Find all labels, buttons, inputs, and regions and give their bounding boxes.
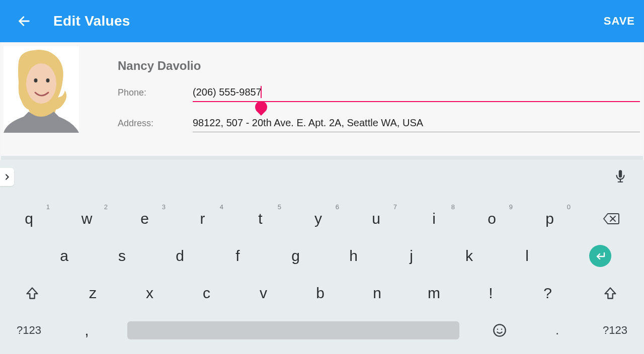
key-enter[interactable] xyxy=(556,238,644,274)
key-f[interactable]: f xyxy=(209,238,267,274)
key-z[interactable]: z xyxy=(64,276,121,311)
svg-point-2 xyxy=(26,63,56,104)
svg-point-3 xyxy=(34,78,38,82)
key-a[interactable]: a xyxy=(35,238,93,274)
key-y[interactable]: y6 xyxy=(289,201,347,236)
phone-label: Phone: xyxy=(118,87,146,98)
keyboard-row-1: q1 w2 e3 r4 t5 y6 u7 i8 o9 p0 xyxy=(0,201,644,236)
keyboard-row-4: ?123 , . ?123 xyxy=(0,313,644,348)
svg-point-4 xyxy=(46,78,50,82)
key-l[interactable]: l xyxy=(498,238,556,274)
back-button[interactable] xyxy=(17,14,31,28)
key-n[interactable]: n xyxy=(349,276,406,311)
key-b[interactable]: b xyxy=(292,276,349,311)
phone-input[interactable] xyxy=(193,85,640,102)
key-h[interactable]: h xyxy=(325,238,382,274)
key-c[interactable]: c xyxy=(178,276,235,311)
text-cursor xyxy=(261,86,262,98)
keyboard-row-3: z x c v b n m ! ? xyxy=(0,276,644,311)
key-exclaim[interactable]: ! xyxy=(462,276,519,311)
arrow-left-icon xyxy=(17,14,31,28)
key-t[interactable]: t5 xyxy=(231,201,289,236)
key-s[interactable]: s xyxy=(93,238,151,274)
key-m[interactable]: m xyxy=(406,276,462,311)
microphone-icon xyxy=(614,169,627,184)
svg-point-12 xyxy=(501,329,502,330)
key-p[interactable]: p0 xyxy=(521,201,579,236)
key-i[interactable]: i8 xyxy=(405,201,463,236)
key-v[interactable]: v xyxy=(235,276,292,311)
key-d[interactable]: d xyxy=(151,238,209,274)
onscreen-keyboard: q1 w2 e3 r4 t5 y6 u7 i8 o9 p0 a s d f g … xyxy=(0,160,644,354)
key-symbols-right[interactable]: ?123 xyxy=(586,313,644,348)
enter-icon xyxy=(594,251,606,261)
keyboard-suggestion-bar xyxy=(0,160,644,193)
key-period[interactable]: . xyxy=(528,313,586,348)
svg-rect-5 xyxy=(619,170,622,178)
app-bar: Edit Values SAVE xyxy=(0,0,644,42)
chevron-right-icon xyxy=(3,173,11,181)
key-shift-left[interactable] xyxy=(0,276,64,311)
key-w[interactable]: w2 xyxy=(58,201,116,236)
form-card: Nancy Davolio Phone: Address: xyxy=(1,42,643,156)
svg-point-10 xyxy=(494,324,505,336)
contact-name: Nancy Davolio xyxy=(118,59,201,73)
address-input[interactable] xyxy=(193,116,640,132)
save-button[interactable]: SAVE xyxy=(604,15,635,28)
section-divider xyxy=(1,156,643,160)
voice-input-button[interactable] xyxy=(614,169,627,184)
address-label: Address: xyxy=(118,118,153,129)
key-space[interactable] xyxy=(116,313,470,348)
key-backspace[interactable] xyxy=(579,201,644,236)
key-u[interactable]: u7 xyxy=(347,201,405,236)
key-o[interactable]: o9 xyxy=(463,201,521,236)
backspace-icon xyxy=(603,212,620,225)
svg-point-11 xyxy=(497,329,498,330)
keyboard-row-2: a s d f g h j k l xyxy=(0,238,644,274)
key-symbols-left[interactable]: ?123 xyxy=(0,313,58,348)
key-j[interactable]: j xyxy=(382,238,440,274)
shift-icon xyxy=(603,286,617,300)
key-question[interactable]: ? xyxy=(519,276,576,311)
shift-icon xyxy=(25,286,39,300)
key-q[interactable]: q1 xyxy=(0,201,58,236)
keyboard-expand-button[interactable] xyxy=(0,168,14,186)
key-g[interactable]: g xyxy=(267,238,325,274)
key-e[interactable]: e3 xyxy=(116,201,174,236)
emoji-icon xyxy=(493,323,507,337)
key-comma[interactable]: , xyxy=(58,313,116,348)
key-emoji[interactable] xyxy=(470,313,528,348)
key-k[interactable]: k xyxy=(440,238,498,274)
avatar xyxy=(4,46,79,133)
key-shift-right[interactable] xyxy=(576,276,644,311)
key-r[interactable]: r4 xyxy=(174,201,231,236)
key-x[interactable]: x xyxy=(121,276,178,311)
page-title: Edit Values xyxy=(53,13,130,29)
